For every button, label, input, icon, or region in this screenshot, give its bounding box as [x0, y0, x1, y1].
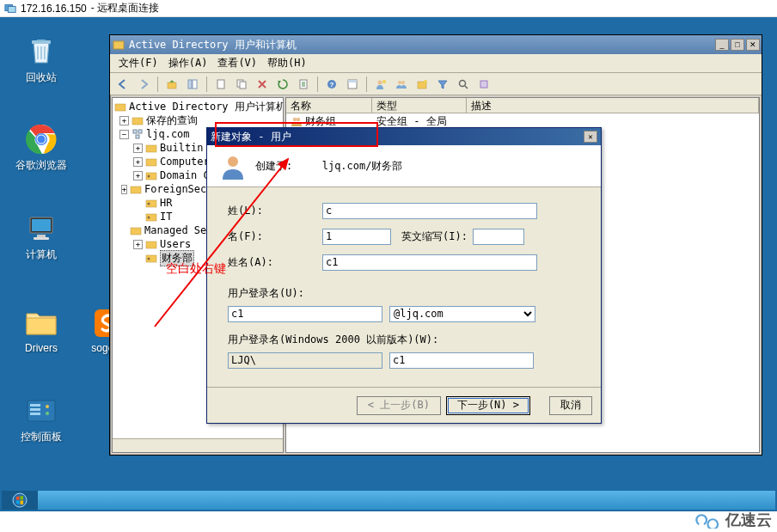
upn-suffix-select[interactable]: @ljq.com: [389, 306, 535, 322]
wizard-close-button[interactable]: ✕: [584, 131, 597, 143]
created-in-label: 创建于:: [255, 159, 292, 174]
svg-rect-24: [240, 82, 246, 89]
rdp-icon: [4, 3, 16, 15]
row-type: 安全组 - 全局: [376, 114, 447, 129]
svg-point-32: [398, 81, 401, 84]
refresh-button[interactable]: [273, 75, 292, 94]
svg-point-17: [46, 412, 49, 415]
svg-rect-10: [34, 237, 49, 240]
sam-label: 用户登录名(Windows 2000 以前版本)(W):: [228, 333, 438, 347]
expand-icon[interactable]: +: [133, 144, 143, 153]
svg-rect-21: [193, 80, 197, 89]
menu-view[interactable]: 查看(V): [212, 54, 262, 72]
export-button[interactable]: [294, 75, 313, 94]
svg-rect-13: [30, 404, 40, 407]
rdp-title-bar: 172.16.16.150 - 远程桌面连接: [0, 0, 777, 17]
mmc-title-bar[interactable]: Active Directory 用户和计算机 _ □ ✕: [110, 35, 762, 54]
more-button[interactable]: [474, 75, 493, 94]
cancel-button[interactable]: 取消: [549, 396, 592, 415]
annotation-hint-text: 空白处右键: [166, 261, 226, 277]
folder-icon: [130, 224, 142, 236]
tree-saved-queries[interactable]: + 保存的查询: [114, 113, 281, 127]
svg-point-56: [293, 118, 297, 121]
ou-icon: [145, 197, 157, 209]
computer-label: 计算机: [15, 248, 67, 262]
delete-button[interactable]: [253, 75, 272, 94]
svg-point-55: [148, 258, 150, 260]
expand-icon[interactable]: +: [133, 240, 143, 249]
wizard-title-bar[interactable]: 新建对象 - 用户 ✕: [207, 128, 601, 145]
watermark-icon: [693, 511, 720, 529]
tree-domain-label: ljq.com: [146, 128, 190, 140]
svg-point-60: [13, 493, 27, 507]
collapse-icon[interactable]: −: [119, 130, 129, 139]
menu-file[interactable]: 文件(F): [113, 54, 163, 72]
domain-icon: [132, 128, 144, 140]
given-name-input[interactable]: [322, 229, 391, 245]
expand-icon[interactable]: +: [133, 171, 143, 180]
properties-button[interactable]: [343, 75, 362, 94]
upn-prefix-input[interactable]: [228, 306, 382, 322]
menu-help[interactable]: 帮助(H): [262, 54, 312, 72]
wizard-header: 创建于: ljq.com/财务部: [207, 145, 601, 187]
recycle-bin-icon[interactable]: 回收站: [15, 34, 67, 85]
svg-point-36: [460, 80, 466, 86]
taskbar[interactable]: [2, 491, 775, 510]
add-group-button[interactable]: [392, 75, 411, 94]
folder-icon: [145, 142, 157, 154]
filter-button[interactable]: [433, 75, 452, 94]
close-button[interactable]: ✕: [746, 39, 760, 51]
svg-point-46: [148, 175, 150, 178]
add-ou-button[interactable]: [413, 75, 431, 94]
tree-root[interactable]: Active Directory 用户计算机: [114, 100, 281, 113]
wizard-title-text: 新建对象 - 用户: [211, 130, 582, 144]
expand-icon[interactable]: +: [121, 185, 127, 194]
expand-icon[interactable]: +: [133, 157, 143, 167]
control-panel-label: 控制面板: [15, 430, 67, 444]
col-name[interactable]: 名称: [286, 98, 372, 113]
find-button[interactable]: [454, 75, 473, 94]
watermark: 亿速云: [693, 510, 772, 530]
computer-icon[interactable]: 计算机: [15, 211, 67, 262]
tree-root-label: Active Directory 用户计算机: [129, 100, 284, 114]
initials-input[interactable]: [473, 229, 524, 245]
ou-icon: [145, 211, 157, 223]
mmc-app-icon: [112, 38, 125, 52]
chrome-icon[interactable]: 谷歌浏览器: [15, 122, 67, 173]
back-button[interactable]: [113, 75, 132, 94]
drivers-folder-icon[interactable]: Drivers: [15, 306, 67, 354]
svg-rect-1: [8, 6, 15, 12]
rdp-suffix: - 远程桌面连接: [91, 1, 159, 15]
sam-domain-input: [228, 352, 382, 369]
svg-point-35: [424, 80, 427, 83]
add-user-button[interactable]: [371, 75, 390, 94]
svg-rect-8: [32, 219, 51, 231]
surname-input[interactable]: [322, 203, 537, 219]
list-header: 名称 类型 描述: [286, 98, 759, 113]
row-name: 财务组: [305, 114, 336, 129]
menu-action[interactable]: 操作(A): [163, 54, 213, 72]
control-panel-icon[interactable]: 控制面板: [15, 394, 67, 444]
display-name-label: 姓名(A):: [228, 255, 322, 270]
upn-label: 用户登录名(U):: [228, 286, 304, 301]
copy-button[interactable]: [232, 75, 251, 94]
svg-point-31: [382, 80, 386, 83]
col-type[interactable]: 类型: [372, 98, 467, 113]
maximize-button[interactable]: □: [731, 39, 744, 51]
show-hide-button[interactable]: [183, 75, 202, 94]
start-button[interactable]: [2, 491, 38, 510]
cut-button[interactable]: [211, 75, 230, 94]
horizontal-scrollbar[interactable]: [113, 438, 283, 452]
display-name-input[interactable]: [322, 254, 537, 271]
sam-name-input[interactable]: [389, 352, 534, 369]
minimize-button[interactable]: _: [715, 39, 729, 51]
next-button[interactable]: 下一步(N) >: [446, 396, 530, 415]
svg-rect-20: [188, 80, 192, 89]
expand-icon[interactable]: +: [119, 116, 129, 125]
forward-button[interactable]: [134, 75, 153, 94]
svg-point-51: [148, 217, 150, 219]
up-button[interactable]: [162, 75, 181, 94]
svg-rect-40: [133, 130, 137, 133]
col-desc[interactable]: 描述: [467, 98, 759, 113]
help-button[interactable]: ?: [322, 75, 341, 94]
